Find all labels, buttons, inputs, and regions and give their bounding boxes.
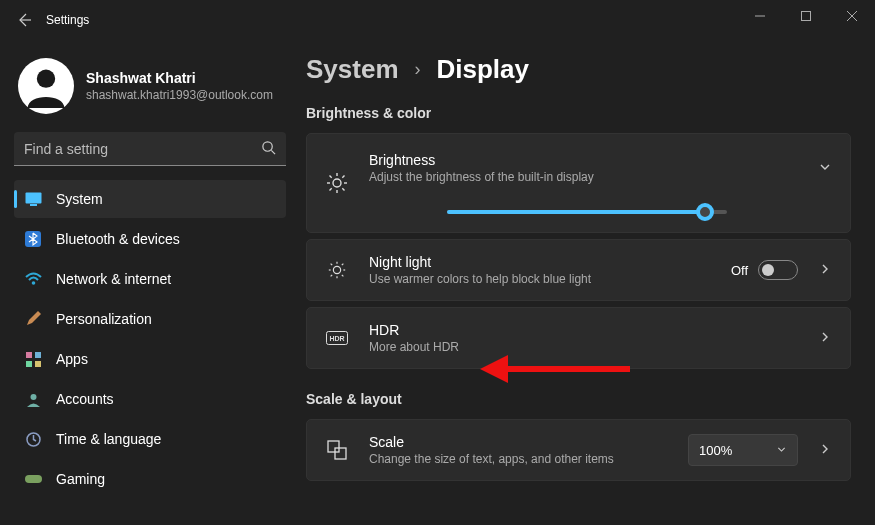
nav-label: Network & internet (56, 271, 171, 287)
scale-title: Scale (369, 434, 668, 450)
breadcrumb: System › Display (306, 54, 851, 85)
svg-point-27 (333, 266, 340, 273)
nav-label: Gaming (56, 471, 105, 487)
scale-value: 100% (699, 443, 732, 458)
slider-thumb[interactable] (696, 203, 714, 221)
apps-icon (24, 350, 42, 368)
nav-label: Bluetooth & devices (56, 231, 180, 247)
nav-item-time[interactable]: Time & language (14, 420, 286, 458)
svg-line-35 (342, 264, 344, 266)
profile-email: shashwat.khatri1993@outlook.com (86, 88, 273, 102)
section-brightness-color: Brightness & color (306, 105, 851, 121)
svg-point-5 (263, 142, 272, 151)
nav-item-personalization[interactable]: Personalization (14, 300, 286, 338)
svg-line-32 (331, 264, 333, 266)
nightlight-desc: Use warmer colors to help block blue lig… (369, 272, 711, 286)
breadcrumb-parent[interactable]: System (306, 54, 399, 85)
clock-icon (24, 430, 42, 448)
nav-label: Time & language (56, 431, 161, 447)
main-content: System › Display Brightness & color Brig… (300, 40, 875, 525)
hdr-title: HDR (369, 322, 798, 338)
nav-label: System (56, 191, 103, 207)
chevron-right-icon[interactable] (818, 442, 832, 459)
nightlight-title: Night light (369, 254, 711, 270)
svg-rect-1 (802, 12, 811, 21)
breadcrumb-current: Display (437, 54, 530, 85)
search-icon (261, 140, 276, 159)
back-button[interactable] (8, 4, 40, 36)
nav-label: Apps (56, 351, 88, 367)
chevron-right-icon: › (415, 59, 421, 80)
section-scale-layout: Scale & layout (306, 391, 851, 407)
svg-point-15 (30, 394, 36, 400)
nightlight-toggle[interactable] (758, 260, 798, 280)
sidebar: Shashwat Khatri shashwat.khatri1993@outl… (0, 40, 300, 525)
svg-rect-17 (25, 475, 42, 483)
sun-icon (325, 172, 349, 194)
chevron-down-icon (776, 443, 787, 458)
bluetooth-icon (24, 230, 42, 248)
nav-item-system[interactable]: System (14, 180, 286, 218)
nightlight-state-label: Off (731, 263, 748, 278)
nav-item-gaming[interactable]: Gaming (14, 460, 286, 498)
svg-line-23 (330, 176, 332, 178)
brightness-title: Brightness (369, 152, 818, 168)
search-input[interactable] (14, 132, 286, 166)
chevron-down-icon[interactable] (818, 160, 832, 177)
avatar (18, 58, 74, 114)
svg-line-25 (330, 188, 332, 190)
svg-rect-13 (26, 361, 32, 367)
chevron-right-icon[interactable] (818, 330, 832, 347)
scale-select[interactable]: 100% (688, 434, 798, 466)
window-title: Settings (46, 13, 89, 27)
sun-icon (325, 260, 349, 280)
chevron-right-icon[interactable] (818, 262, 832, 279)
nav-item-apps[interactable]: Apps (14, 340, 286, 378)
maximize-button[interactable] (783, 0, 829, 32)
svg-line-26 (342, 176, 344, 178)
svg-rect-38 (328, 441, 339, 452)
brightness-slider[interactable] (447, 210, 727, 214)
svg-point-4 (37, 70, 55, 88)
accounts-icon (24, 390, 42, 408)
wifi-icon (24, 270, 42, 288)
slider-fill (447, 210, 705, 214)
svg-rect-12 (35, 352, 41, 358)
gaming-icon (24, 470, 42, 488)
svg-point-10 (31, 281, 35, 285)
scale-icon (325, 440, 349, 460)
search-box[interactable] (14, 132, 286, 166)
svg-rect-11 (26, 352, 32, 358)
nav-item-network[interactable]: Network & internet (14, 260, 286, 298)
card-scale[interactable]: Scale Change the size of text, apps, and… (306, 419, 851, 481)
svg-line-24 (342, 188, 344, 190)
card-night-light[interactable]: Night light Use warmer colors to help bl… (306, 239, 851, 301)
svg-line-34 (331, 275, 333, 277)
paintbrush-icon (24, 310, 42, 328)
system-icon (24, 190, 42, 208)
hdr-icon: HDR (325, 331, 349, 345)
profile-name: Shashwat Khatri (86, 70, 273, 86)
nav-label: Personalization (56, 311, 152, 327)
svg-rect-8 (30, 204, 37, 206)
svg-point-18 (333, 179, 341, 187)
svg-line-33 (342, 275, 344, 277)
nav-item-accounts[interactable]: Accounts (14, 380, 286, 418)
nav-label: Accounts (56, 391, 114, 407)
card-hdr[interactable]: HDR HDR More about HDR (306, 307, 851, 369)
svg-rect-7 (25, 193, 41, 204)
hdr-desc: More about HDR (369, 340, 798, 354)
svg-text:HDR: HDR (329, 335, 344, 342)
nav-list: System Bluetooth & devices Network & int… (14, 180, 286, 498)
svg-line-6 (271, 150, 275, 154)
profile-block[interactable]: Shashwat Khatri shashwat.khatri1993@outl… (18, 58, 286, 114)
close-button[interactable] (829, 0, 875, 32)
minimize-button[interactable] (737, 0, 783, 32)
nav-item-bluetooth[interactable]: Bluetooth & devices (14, 220, 286, 258)
scale-desc: Change the size of text, apps, and other… (369, 452, 668, 466)
brightness-desc: Adjust the brightness of the built-in di… (369, 170, 818, 184)
svg-rect-14 (35, 361, 41, 367)
svg-rect-39 (335, 448, 346, 459)
card-brightness[interactable]: Brightness Adjust the brightness of the … (306, 133, 851, 233)
